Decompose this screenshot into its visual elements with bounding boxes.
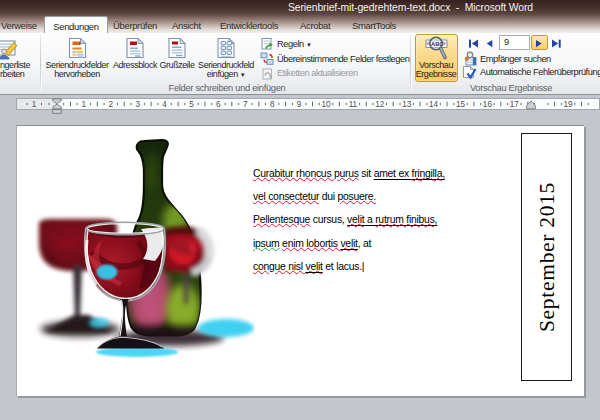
svg-text:11: 11 [349,100,358,109]
svg-text:7: 7 [243,100,248,109]
svg-text:12: 12 [375,100,385,109]
svg-text:3: 3 [135,100,140,109]
svg-text:10: 10 [321,100,331,109]
svg-text:1: 1 [32,100,37,109]
svg-text:8: 8 [270,100,275,109]
svg-text:14: 14 [429,100,439,109]
svg-text:6: 6 [216,100,221,109]
svg-text:4: 4 [162,100,167,109]
svg-text:2: 2 [109,100,114,109]
svg-text:16: 16 [483,100,493,109]
svg-text:ABC: ABC [431,41,444,47]
svg-text:9: 9 [297,100,302,109]
svg-text:15: 15 [456,100,466,109]
svg-text:13: 13 [402,100,412,109]
svg-text:19: 19 [564,100,574,109]
svg-text:1: 1 [82,100,87,109]
svg-text:17: 17 [510,100,520,109]
svg-text:5: 5 [189,100,194,109]
